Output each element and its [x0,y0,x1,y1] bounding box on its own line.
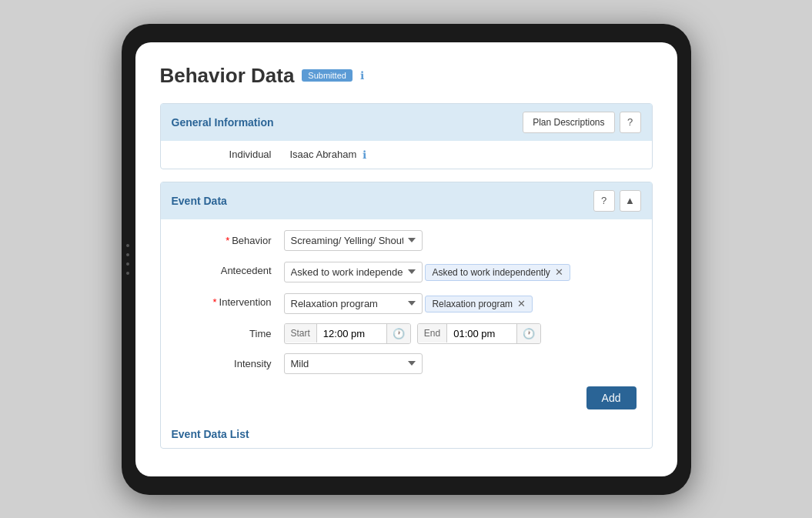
add-button[interactable]: Add [586,386,637,409]
behavior-required-star: * [226,235,229,246]
dot-3 [126,262,129,266]
behavior-label: *Behavior [176,230,284,246]
time-inputs: Start 🕐 End 🕐 [284,323,637,344]
event-data-list-section: Event Data List [161,420,652,448]
event-data-help-button[interactable]: ? [593,190,615,212]
event-data-list-title: Event Data List [172,428,249,440]
general-info-header: General Information Plan Descriptions ? [161,104,652,141]
behavior-control: Screaming/ Yelling/ Shoutin [284,230,637,251]
antecedent-label: Antecedent [176,260,284,276]
device-dots [126,244,129,275]
general-info-actions: Plan Descriptions ? [523,112,640,133]
event-data-title: Event Data [172,195,227,207]
start-label: Start [285,324,317,343]
antecedent-select[interactable]: Asked to work independen [284,262,423,282]
dot-1 [126,244,129,247]
intensity-control: MildModerateSevere [284,353,637,374]
intervention-required-star: * [213,296,217,308]
general-info-title: General Information [172,116,274,129]
individual-name: Isaac Abraham [290,149,357,160]
event-data-section: Event Data ? ▲ *Behavior Screaming/ Yell… [160,182,653,449]
end-time-input[interactable] [447,324,516,343]
individual-label: Individual [176,149,284,160]
event-data-body: *Behavior Screaming/ Yelling/ Shoutin An… [161,219,652,420]
time-row: Time Start 🕐 End [176,323,637,344]
plan-descriptions-button[interactable]: Plan Descriptions [523,112,614,133]
intervention-label: *Intervention [176,292,284,308]
add-btn-row: Add [176,383,637,409]
page-info-icon[interactable]: ℹ [360,69,364,82]
start-time-group: Start 🕐 [284,323,411,344]
intervention-row: *Intervention Relaxation program Relaxat… [176,292,637,314]
page-content: Behavior Data Submitted ℹ General Inform… [135,42,677,476]
antecedent-tag: Asked to work independently ✕ [425,264,570,281]
time-label: Time [176,323,284,339]
intensity-row: Intensity MildModerateSevere [176,353,637,374]
intervention-select[interactable]: Relaxation program [284,293,423,314]
start-time-input[interactable] [317,324,386,343]
antecedent-row: Antecedent Asked to work independen Aske… [176,260,637,282]
event-data-header: Event Data ? ▲ [161,182,652,219]
dot-4 [126,272,129,275]
intervention-control: Relaxation program Relaxation program ✕ [284,292,637,314]
general-information-section: General Information Plan Descriptions ? … [160,103,653,169]
intervention-tag: Relaxation program ✕ [425,296,533,312]
dot-2 [126,253,129,256]
individual-row: Individual Isaac Abraham ℹ [161,141,652,169]
event-data-actions: ? ▲ [593,190,641,212]
intensity-label: Intensity [176,353,284,369]
page-header: Behavior Data Submitted ℹ [160,64,653,88]
antecedent-control: Asked to work independen Asked to work i… [284,260,637,282]
intensity-select[interactable]: MildModerateSevere [284,353,423,374]
page-title: Behavior Data [160,64,295,88]
time-control: Start 🕐 End 🕐 [284,323,637,344]
end-time-clock-icon[interactable]: 🕐 [516,324,540,343]
start-time-clock-icon[interactable]: 🕐 [386,324,410,343]
end-label: End [418,324,447,343]
individual-info-icon[interactable]: ℹ [363,149,366,161]
intervention-tag-remove[interactable]: ✕ [517,299,526,309]
event-data-collapse-button[interactable]: ▲ [620,190,641,212]
screen: Behavior Data Submitted ℹ General Inform… [135,42,677,476]
behavior-row: *Behavior Screaming/ Yelling/ Shoutin [176,230,637,251]
antecedent-tag-remove[interactable]: ✕ [555,267,563,277]
general-info-help-button[interactable]: ? [620,112,641,133]
status-badge: Submitted [302,69,353,82]
behavior-select[interactable]: Screaming/ Yelling/ Shoutin [284,230,423,251]
end-time-group: End 🕐 [417,323,541,344]
device-frame: Behavior Data Submitted ℹ General Inform… [122,24,691,495]
